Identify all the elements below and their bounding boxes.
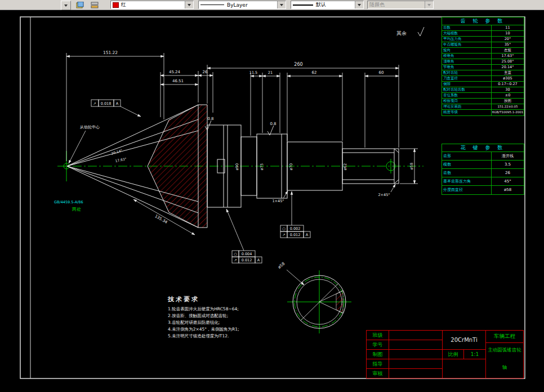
- linetype-sample-icon: [200, 5, 224, 5]
- surface-finish-note: 其余: [396, 30, 407, 36]
- dia-62: ø62: [343, 163, 347, 170]
- table-row: 精度等级6GB/T10095.1-2001: [442, 110, 524, 115]
- tech-req-line: 1.轮齿表面淬火后硬度为HRC58~64;: [168, 306, 239, 313]
- titleblock-label-student-id: 学号: [367, 340, 389, 350]
- titleblock-blank-cell: [389, 369, 443, 378]
- gear-parameter-table: 齿 轮 参 数 齿数11 大端模数10 平均压力角20° 中点螺旋角35° 旋向…: [442, 17, 524, 116]
- plotstyle-combo-dropdown[interactable]: [425, 1, 433, 8]
- model-space-canvas[interactable]: 151.22 45.24 26 46.51 260 11.5 21 62 60 …: [0, 10, 544, 392]
- centerlines: [57, 151, 423, 181]
- tech-req-line: 2.按齿距、接触面成对选配齿轮;: [168, 313, 239, 319]
- dia-58-end: ø58: [409, 163, 414, 170]
- chevron-down-icon: [427, 4, 431, 6]
- part-name-cell: 主动圆弧锥齿轮: [486, 343, 523, 358]
- table-row: 旋向左旋: [442, 48, 524, 54]
- tech-req-title: 技术要求: [168, 295, 239, 304]
- tol2b-value: 0.012: [290, 233, 301, 237]
- dim-21: 21: [268, 70, 273, 75]
- lineweight-combo-label: 默认: [316, 1, 326, 8]
- dim-26: 26: [203, 70, 208, 74]
- tol3b-value: 0.012: [242, 258, 252, 262]
- tech-req-line: 5.未注明尺寸锻造处理度为IT12.: [168, 333, 239, 340]
- chevron-down-icon: [64, 5, 68, 7]
- dimension-texts: 151.22 45.24 26 46.51 260 11.5 21 62 60 …: [103, 50, 414, 225]
- table-row: 大端模数10: [442, 31, 524, 37]
- chevron-down-icon: [280, 4, 283, 6]
- table-row: 齿形渐开线: [442, 152, 524, 161]
- table-row: 变位系数±0: [442, 93, 524, 99]
- table-row: 配对齿轮主直: [442, 70, 524, 76]
- color-combo-dropdown[interactable]: [185, 1, 193, 8]
- object-properties-toolbar: 红 ByLayer 默认 随颜色: [0, 0, 544, 10]
- dim-11-5: 11.5: [249, 70, 257, 75]
- titleblock-blank-cell: [389, 350, 443, 359]
- lineweight-combo-dropdown[interactable]: [355, 1, 363, 8]
- table-row: 齿数26: [442, 169, 524, 177]
- linetype-combo-dropdown[interactable]: [277, 1, 286, 8]
- lineweight-combo[interactable]: 默认: [291, 1, 364, 9]
- tech-req-line: 3.齿轮配对研磨后防磨锐化;: [168, 319, 239, 326]
- table-row: 检验项目按图: [442, 99, 524, 104]
- department-cell: 车辆工程: [486, 331, 523, 343]
- tol2a-symbol: ○: [282, 226, 286, 231]
- table-row: 分度圆直径ø58: [442, 186, 524, 194]
- layer-properties-button[interactable]: [74, 1, 86, 10]
- dim-60: 60: [379, 70, 384, 75]
- dia-75: ø75: [260, 163, 264, 170]
- spline-parameter-table: 花 键 参 数 齿形渐开线 模数3.5 齿数26 基本齿形压力角45° 分度圆直…: [442, 144, 524, 195]
- tech-req-line: 4.未注倒角为2×45°，未倒圆角为R1;: [168, 326, 239, 333]
- table-row: 顶锥角25.08°: [442, 59, 524, 65]
- scale-label-cell: 比例: [443, 350, 464, 359]
- tol2a-value: 0.002: [290, 226, 301, 231]
- titleblock-label-advisor: 指导: [367, 359, 389, 369]
- tol1-symbol: ↗: [93, 101, 96, 106]
- color-combo-label: 红: [121, 1, 126, 8]
- tol3a-symbol: ○: [234, 252, 237, 256]
- linetype-combo-label: ByLayer: [227, 2, 248, 8]
- table-row: 根锥角17.63°: [442, 54, 524, 59]
- lineweight-sample-icon: [293, 5, 313, 6]
- tol2b-datum: A: [306, 233, 309, 237]
- color-combo[interactable]: 红: [110, 1, 194, 9]
- chevron-down-icon: [188, 4, 191, 6]
- cad-application-window: 红 ByLayer 默认 随颜色: [0, 0, 544, 392]
- chamfer-2x45: 2×45°: [378, 193, 390, 197]
- angle-20-14: 20.14°: [111, 148, 123, 155]
- titleblock-blank-cell: [443, 359, 486, 378]
- titleblock-label-checked: 审核: [367, 369, 389, 378]
- gear-table-title: 齿 轮 参 数: [442, 17, 524, 25]
- dim-mounting-distance: 151.22: [103, 50, 118, 55]
- dim-62: 62: [312, 70, 317, 75]
- dim-260: 260: [294, 62, 302, 67]
- scale-value-cell: 1:1: [464, 350, 486, 359]
- dia-90: ø90: [235, 163, 239, 170]
- table-row: 齿数11: [442, 25, 524, 31]
- angle-17-63: 17.63°: [115, 157, 127, 163]
- two-places-note: 两处: [72, 207, 81, 212]
- annotations: [205, 27, 424, 135]
- layer-combo-arrow[interactable]: [61, 1, 71, 10]
- roughness-0-8-b: 0.8: [270, 122, 276, 126]
- table-row: 配对齿轮齿数30: [442, 87, 524, 93]
- chamfer-1x45: 1×45°: [272, 199, 284, 203]
- plotstyle-combo[interactable]: 随颜色: [367, 1, 434, 9]
- tol3b-datum: A: [257, 258, 260, 262]
- linetype-combo[interactable]: ByLayer: [198, 1, 286, 9]
- layer-states-icon: [91, 2, 99, 9]
- tol1-datum: A: [116, 101, 119, 106]
- part-name-cell-2: 轴: [486, 358, 523, 378]
- plotstyle-combo-label: 随颜色: [369, 1, 385, 8]
- tol1-value: 0.018: [101, 101, 112, 106]
- color-swatch-red: [113, 2, 119, 8]
- tol3b-symbol: ↗: [234, 258, 237, 262]
- layer-states-button[interactable]: [89, 1, 100, 10]
- table-row: 平均压力角20°: [442, 37, 524, 42]
- technical-requirements: 技术要求 1.轮齿表面淬火后硬度为HRC58~64; 2.按齿距、接触面成对选配…: [168, 295, 239, 340]
- spline-table-title: 花 键 参 数: [442, 144, 524, 152]
- tol2b-symbol: ↗: [282, 233, 285, 237]
- chevron-down-icon: [358, 4, 361, 6]
- tol3a-value: 0.004: [242, 252, 252, 256]
- driven-center-note: 从动轮中心: [79, 125, 100, 130]
- spline-section-view: ø58: [277, 261, 351, 333]
- roughness-0-8-a: 0.8: [207, 117, 213, 121]
